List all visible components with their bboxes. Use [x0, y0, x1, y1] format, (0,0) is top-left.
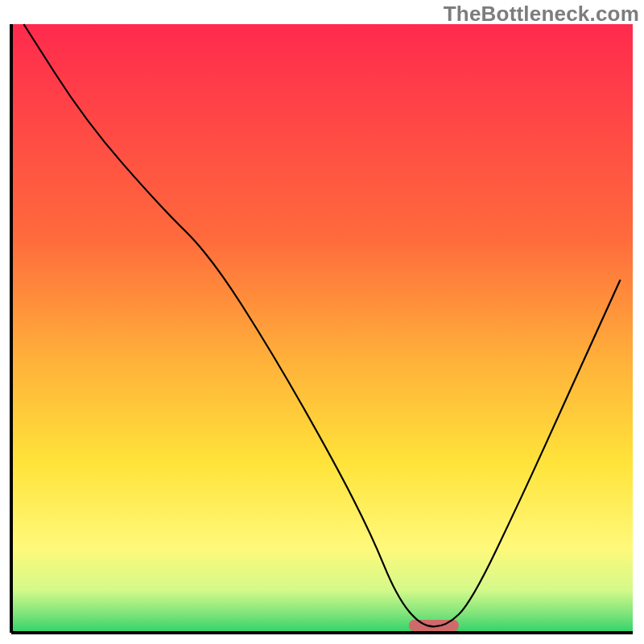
chart-canvas: [0, 0, 644, 644]
bottleneck-chart: TheBottleneck.com: [0, 0, 644, 644]
watermark-text: TheBottleneck.com: [444, 2, 639, 27]
plot-background: [11, 24, 633, 633]
